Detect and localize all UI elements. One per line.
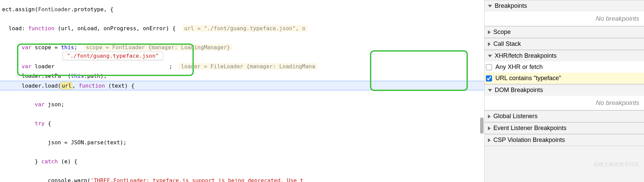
empty-dom-breakpoints: No breakpoints: [485, 96, 644, 110]
chevron-right-icon: [488, 114, 491, 119]
any-xhr-checkbox[interactable]: [486, 64, 492, 70]
event-listener-bp-header[interactable]: Event Listener Breakpoints: [485, 123, 644, 134]
inline-hint: loader = FileLoader {manager: LoadingMan…: [179, 63, 317, 70]
code-line: json = JSON.parse(text);: [0, 138, 484, 147]
any-xhr-label: Any XHR or fetch: [495, 63, 543, 71]
breakpoints-header[interactable]: Breakpoints: [485, 0, 644, 12]
event-listener-bp-section: Event Listener Breakpoints: [485, 122, 644, 134]
section-title: Global Listeners: [493, 113, 538, 120]
callstack-header[interactable]: Call Stack: [485, 38, 644, 50]
scrollbar-thumb[interactable]: [480, 117, 484, 134]
code-line: loader.setPa (this.path);: [0, 71, 484, 81]
csp-violation-bp-section: CSP Violation Breakpoints: [485, 134, 644, 146]
section-title: CSP Violation Breakpoints: [493, 136, 565, 144]
callstack-section: Call Stack: [485, 38, 644, 50]
variable-url[interactable]: url: [61, 82, 72, 89]
chevron-right-icon: [488, 126, 491, 130]
global-listeners-section: Global Listeners: [485, 110, 644, 122]
empty-breakpoints: No breakpoints: [485, 12, 644, 26]
code-line: var json;: [0, 100, 484, 109]
url-contains-label: URL contains "typeface": [495, 75, 561, 82]
xhr-header[interactable]: XHR/fetch Breakpoints: [485, 50, 644, 61]
url-contains-row[interactable]: URL contains "typeface": [485, 73, 644, 84]
code-line-paused: loader.load(url, function (text) {: [0, 81, 484, 90]
value-tooltip: "./font/guang.typeface.json": [63, 52, 163, 60]
dom-bp-header[interactable]: DOM Breakpoints: [485, 85, 644, 96]
code-line: } catch (e) {: [0, 157, 484, 166]
code-line: var loader xxxxxxxxxxxxxxxxxxxxxxxxxxxxx…: [0, 62, 484, 71]
section-title: XHR/fetch Breakpoints: [495, 52, 557, 59]
chevron-right-icon: [488, 138, 491, 142]
inline-hint: url = "./font/guang.typeface.json", o: [182, 25, 307, 32]
code-line: console.warn('THREE.FontLoader: typeface…: [0, 176, 484, 182]
chevron-down-icon: [488, 89, 492, 92]
xhr-breakpoints-section: XHR/fetch Breakpoints Any XHR or fetch U…: [485, 50, 644, 84]
debugger-sidebar: Breakpoints No breakpoints Scope Call St…: [484, 0, 644, 182]
chevron-right-icon: [488, 42, 491, 46]
global-listeners-header[interactable]: Global Listeners: [485, 111, 644, 122]
scope-section: Scope: [485, 26, 644, 38]
inline-hint: scope = FontLoader {manager: LoadingMana…: [84, 44, 232, 51]
url-contains-checkbox[interactable]: [486, 75, 492, 81]
code-line: var scope = this; scope = FontLoader {ma…: [0, 43, 484, 52]
section-title: Event Listener Breakpoints: [493, 125, 566, 132]
dom-breakpoints-section: DOM Breakpoints No breakpoints: [485, 84, 644, 110]
code-line: load: function (url, onLoad, onProgress,…: [0, 24, 484, 33]
section-title: Scope: [493, 29, 511, 36]
code-line: ect.assign(FontLoader.prototype, {: [0, 5, 484, 14]
section-title: Call Stack: [493, 40, 521, 48]
section-title: Breakpoints: [495, 2, 527, 10]
section-title: DOM Breakpoints: [495, 87, 543, 94]
chevron-right-icon: [488, 30, 491, 34]
scope-header[interactable]: Scope: [485, 26, 644, 38]
source-code-editor[interactable]: ect.assign(FontLoader.prototype, { load:…: [0, 0, 484, 182]
code-line: try {: [0, 119, 484, 128]
csp-violation-bp-header[interactable]: CSP Violation Breakpoints: [485, 134, 644, 146]
any-xhr-row[interactable]: Any XHR or fetch: [485, 61, 644, 73]
breakpoints-section: Breakpoints No breakpoints: [485, 0, 644, 26]
chevron-down-icon: [488, 55, 492, 57]
chevron-down-icon: [488, 5, 492, 7]
